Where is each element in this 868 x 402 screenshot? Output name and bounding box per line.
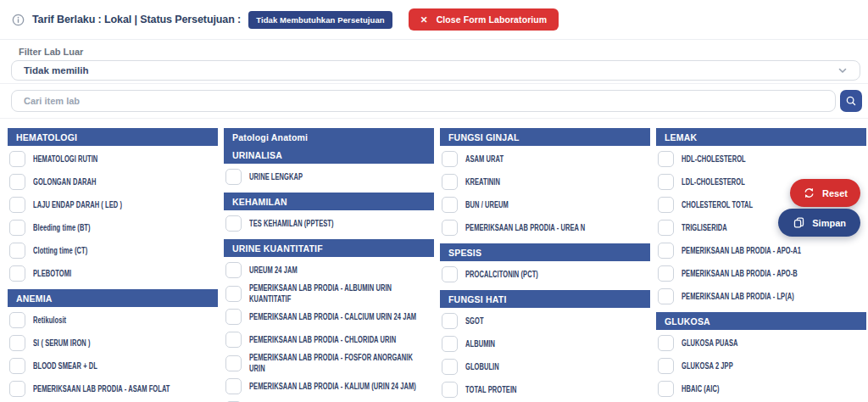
checkbox[interactable] bbox=[225, 262, 242, 278]
search-button[interactable] bbox=[840, 90, 862, 112]
lab-item-row[interactable]: GLOBULIN bbox=[440, 355, 650, 378]
checkbox[interactable] bbox=[9, 174, 25, 190]
checkbox[interactable] bbox=[9, 265, 25, 282]
lab-item-row[interactable]: PLEBOTOMI bbox=[8, 262, 218, 285]
lab-item-row[interactable]: TES KEHAMILAN (PPTEST) bbox=[224, 212, 434, 235]
lab-item-label: PEMERIKSAAN LAB PRODIA - CHLORIDA URIN bbox=[249, 334, 427, 345]
reset-button[interactable]: Reset bbox=[790, 179, 860, 207]
checkbox[interactable] bbox=[442, 336, 458, 352]
lab-item-label: Retikulosit bbox=[33, 315, 211, 326]
lab-item-row[interactable]: BLOOD SMEAR + DL bbox=[8, 355, 218, 377]
checkbox[interactable] bbox=[225, 332, 242, 348]
checkbox[interactable] bbox=[658, 288, 674, 304]
checkbox[interactable] bbox=[9, 312, 25, 328]
close-form-button[interactable]: ✕ Close Form Laboratorium bbox=[409, 8, 559, 31]
checkbox[interactable] bbox=[225, 309, 242, 325]
checkbox[interactable] bbox=[442, 220, 458, 236]
search-input[interactable] bbox=[11, 90, 836, 112]
checkbox[interactable] bbox=[9, 220, 25, 236]
lab-item-row[interactable]: PEMERIKSAAN LAB PRODIA - APO-B bbox=[656, 262, 866, 285]
lab-item-row[interactable]: GLUKOSA 2 JPP bbox=[656, 355, 866, 377]
lab-item-row[interactable]: ASAM URAT bbox=[440, 148, 650, 170]
lab-item-row[interactable]: Bleeding time (BT) bbox=[8, 216, 218, 239]
lab-item-row[interactable]: PEMERIKSAAN LAB PRODIA - KALIUM (URIN 24… bbox=[224, 375, 434, 398]
close-form-label: Close Form Laboratorium bbox=[437, 14, 548, 25]
section-header: ANEMIA bbox=[8, 289, 218, 307]
checkbox[interactable] bbox=[442, 197, 458, 213]
checkbox[interactable] bbox=[225, 169, 242, 185]
lab-column-1: HEMATOLOGIHEMATOLOGI RUTINGOLONGAN DARAH… bbox=[8, 128, 218, 402]
lab-item-row[interactable]: PEMERIKSAAN LAB PRODIA - NATRIUM URIN bbox=[224, 398, 434, 402]
checkbox[interactable] bbox=[658, 265, 674, 282]
section-header: URINE KUANTITATIF bbox=[224, 239, 434, 257]
lab-item-row[interactable]: GOLONGAN DARAH bbox=[8, 170, 218, 193]
lab-item-row[interactable]: ALBUMIN bbox=[440, 332, 650, 355]
lab-item-row[interactable]: PEMERIKSAAN LAB PRODIA - CALCIUM URIN 24… bbox=[224, 305, 434, 328]
checkbox[interactable] bbox=[225, 215, 242, 232]
checkbox[interactable] bbox=[442, 151, 458, 167]
lab-item-row[interactable]: PEMERIKSAAN LAB PRODIA - ASAM FOLAT bbox=[8, 377, 218, 400]
section-header: SPESIS bbox=[440, 243, 650, 261]
lab-item-row[interactable]: PEMERIKSAAN LAB PRODIA - ALBUMIN URIN KU… bbox=[224, 282, 434, 305]
checkbox[interactable] bbox=[658, 174, 674, 190]
lab-item-row[interactable]: Retikulosit bbox=[8, 309, 218, 332]
checkbox[interactable] bbox=[658, 243, 674, 259]
lab-item-label: PEMERIKSAAN LAB PRODIA - KALIUM (URIN 24… bbox=[249, 381, 427, 392]
checkbox[interactable] bbox=[9, 151, 25, 167]
checkbox[interactable] bbox=[9, 243, 25, 259]
simpan-button[interactable]: Simpan bbox=[778, 209, 860, 237]
checkbox[interactable] bbox=[225, 378, 242, 394]
checkbox[interactable] bbox=[442, 313, 458, 329]
lab-item-row[interactable]: PEMERIKSAAN LAB PRODIA - LP(A) bbox=[656, 285, 866, 308]
checkbox[interactable] bbox=[442, 382, 458, 398]
checkbox[interactable] bbox=[658, 358, 674, 374]
checkbox[interactable] bbox=[658, 151, 674, 167]
lab-item-row[interactable]: SI ( SERUM IRON ) bbox=[8, 332, 218, 355]
select-value: Tidak memilih bbox=[24, 65, 88, 75]
lab-item-row[interactable]: HEMATOLOGI RUTIN bbox=[8, 148, 218, 170]
checkbox[interactable] bbox=[9, 381, 25, 397]
tariff-status-text: Tarif Berlaku : Lokal | Status Persetuju… bbox=[32, 14, 241, 25]
lab-item-row[interactable]: PEMERIKSAAN LAB PRODIA - UREA N bbox=[440, 216, 650, 239]
checkbox[interactable] bbox=[658, 220, 674, 236]
checkbox[interactable] bbox=[225, 286, 242, 302]
simpan-label: Simpan bbox=[812, 218, 846, 228]
lab-item-label: SI ( SERUM IRON ) bbox=[33, 338, 211, 349]
checkbox[interactable] bbox=[9, 335, 25, 351]
checkbox[interactable] bbox=[442, 359, 458, 375]
checkbox[interactable] bbox=[9, 197, 25, 213]
save-copy-icon bbox=[793, 216, 805, 229]
lab-item-row[interactable]: HBAIC (AIC) bbox=[656, 377, 866, 400]
section-header: GLUKOSA bbox=[656, 312, 866, 330]
lab-item-row[interactable]: PEMERIKSAAN LAB PRODIA - APO-A1 bbox=[656, 239, 866, 262]
checkbox[interactable] bbox=[658, 381, 674, 397]
checkbox[interactable] bbox=[658, 335, 674, 351]
lab-item-row[interactable]: GLUKOSA PUASA bbox=[656, 332, 866, 355]
lab-item-label: UREUM 24 JAM bbox=[249, 265, 427, 276]
filter-lab-luar-select[interactable]: Tidak memilih bbox=[11, 60, 860, 81]
lab-item-row[interactable]: URINE LENGKAP bbox=[224, 165, 434, 188]
lab-item-row[interactable]: PEMERIKSAAN LAB PRODIA - CHLORIDA URIN bbox=[224, 328, 434, 351]
filter-block: Filter Lab Luar Tidak memilih bbox=[0, 40, 868, 84]
checkbox[interactable] bbox=[658, 197, 674, 213]
lab-item-label: SGOT bbox=[465, 315, 643, 327]
lab-item-row[interactable]: PEMERIKSAAN LAB PRODIA - FOSFOR ANORGANI… bbox=[224, 351, 434, 375]
lab-item-row[interactable]: SGOT bbox=[440, 310, 650, 332]
lab-item-row[interactable]: UREUM 24 JAM bbox=[224, 259, 434, 282]
checkbox[interactable] bbox=[442, 174, 458, 190]
filter-lab-luar-label: Filter Lab Luar bbox=[0, 40, 868, 60]
checkbox[interactable] bbox=[9, 358, 25, 374]
section-header: LEMAK bbox=[656, 128, 866, 146]
checkbox[interactable] bbox=[225, 355, 242, 371]
lab-item-row[interactable]: TOTAL PROTEIN bbox=[440, 378, 650, 401]
lab-item-row[interactable]: Clotting time (CT) bbox=[8, 239, 218, 262]
lab-item-row[interactable]: LAJU ENDAP DARAH ( LED ) bbox=[8, 193, 218, 216]
lab-item-label: LAJU ENDAP DARAH ( LED ) bbox=[33, 199, 211, 210]
lab-item-label: URINE LENGKAP bbox=[249, 171, 427, 182]
lab-item-row[interactable]: PROCALCITONIN (PCT) bbox=[440, 263, 650, 286]
checkbox[interactable] bbox=[442, 266, 458, 282]
lab-item-row[interactable]: KREATININ bbox=[440, 170, 650, 193]
lab-item-row[interactable]: HDL-CHOLESTEROL bbox=[656, 148, 866, 170]
lab-item-label: GLOBULIN bbox=[465, 361, 643, 372]
lab-item-row[interactable]: BUN / UREUM bbox=[440, 193, 650, 216]
